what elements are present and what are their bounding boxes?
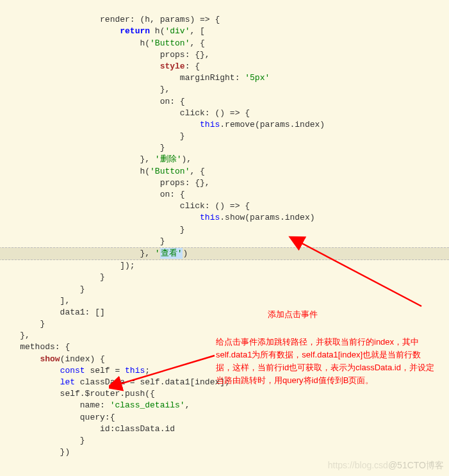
- code-block: render: (h, params) => { return h('div',…: [0, 0, 449, 458]
- selected-text: 查看': [160, 248, 183, 259]
- code-line: let classData = self.data1[index];: [0, 377, 230, 387]
- code-line: }: [0, 319, 45, 329]
- code-line: }: [0, 272, 105, 282]
- code-line: show(index) {: [0, 354, 105, 364]
- annotation-text: 添加点击事件: [268, 309, 318, 320]
- code-line: return h('div', [: [0, 26, 205, 36]
- code-line: },: [0, 331, 30, 340]
- annotation-text: 给点击事件添加跳转路径，并获取当前行的index，其中self.data1为所有…: [216, 336, 437, 388]
- code-line: h('Button', {: [0, 167, 205, 176]
- code-line: style: {: [0, 62, 200, 71]
- code-line: methods: {: [0, 342, 70, 352]
- code-line: click: () => {: [0, 108, 250, 118]
- code-line: }: [0, 436, 85, 445]
- highlighted-line: }, '查看'): [0, 247, 449, 260]
- code-line: on: {: [0, 97, 185, 106]
- code-line: }: [0, 236, 165, 246]
- code-line: this.show(params.index): [0, 213, 315, 222]
- code-line: }: [0, 131, 185, 141]
- code-line: self.$router.push({: [0, 389, 155, 398]
- code-line: name: 'class_details',: [0, 400, 190, 410]
- code-line: on: {: [0, 190, 185, 199]
- code-line: data1: []: [0, 308, 105, 317]
- code-line: },: [0, 85, 170, 94]
- watermark-text: https://blog.csd@51CTO博客: [328, 459, 444, 472]
- code-line: }): [0, 447, 70, 457]
- code-line: id:classData.id: [0, 424, 175, 434]
- code-line: query:{: [0, 413, 115, 422]
- code-line: }: [0, 284, 85, 294]
- code-line: ]);: [0, 261, 135, 270]
- code-line: marginRight: '5px': [0, 73, 270, 83]
- code-line: render: (h, params) => {: [0, 15, 220, 24]
- code-line: }: [0, 143, 165, 152]
- code-line: const self = this;: [0, 366, 150, 375]
- code-line: props: {},: [0, 178, 210, 188]
- code-line: this.remove(params.index): [0, 120, 325, 129]
- code-line: }: [0, 225, 185, 234]
- code-line: props: {},: [0, 50, 210, 60]
- code-line: click: () => {: [0, 201, 250, 211]
- code-line: h('Button', {: [0, 38, 205, 48]
- code-line: ],: [0, 296, 70, 306]
- code-line: }, '删除'),: [0, 154, 192, 164]
